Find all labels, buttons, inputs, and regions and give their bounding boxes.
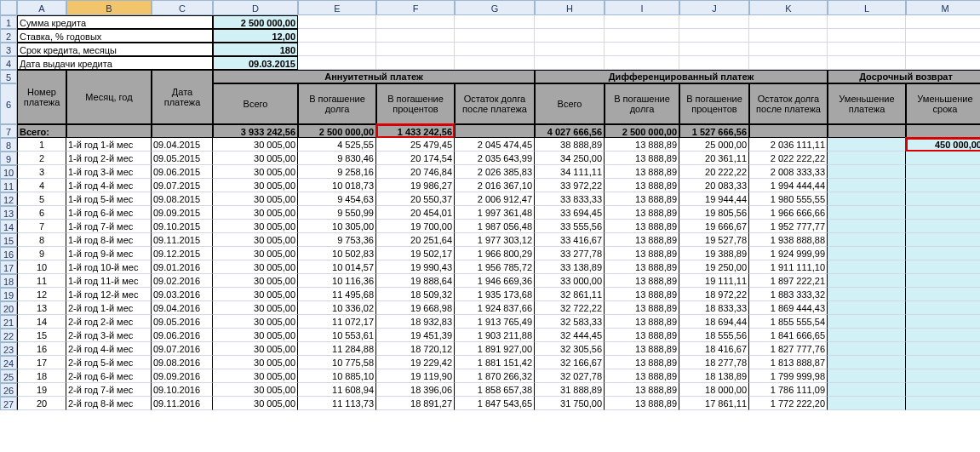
cell[interactable]: 18	[17, 369, 66, 383]
cell[interactable]: 16	[17, 342, 66, 356]
cell[interactable]	[298, 29, 376, 43]
cell[interactable]: 19 451,39	[376, 329, 455, 342]
cell[interactable]	[455, 43, 535, 56]
cell[interactable]: 9	[17, 247, 66, 260]
row-header-11[interactable]: 11	[0, 179, 17, 192]
cell[interactable]: 19 700,00	[376, 220, 455, 233]
col-header-M[interactable]: M	[906, 0, 980, 15]
cell[interactable]: 4	[17, 179, 66, 192]
cell[interactable]	[535, 43, 605, 56]
cell[interactable]	[906, 192, 980, 206]
cell[interactable]: 1 891 927,00	[455, 342, 535, 356]
col-header-J[interactable]: J	[679, 0, 749, 15]
cell[interactable]: 2-й год 8-й мес	[66, 397, 152, 410]
cell[interactable]	[66, 124, 152, 138]
cell[interactable]: 33 833,33	[535, 192, 605, 206]
cell[interactable]	[828, 43, 906, 56]
cell[interactable]: 2 016 367,10	[455, 179, 535, 192]
cell[interactable]: 30 005,00	[213, 152, 298, 165]
cell[interactable]: 09.04.2016	[152, 301, 213, 315]
cell[interactable]	[679, 29, 749, 43]
cell[interactable]: 13 888,89	[605, 179, 679, 192]
cell[interactable]: 11 608,94	[298, 383, 376, 397]
cell[interactable]: 15	[17, 329, 66, 342]
cell[interactable]: 13 888,89	[605, 369, 679, 383]
cell[interactable]: 09.09.2016	[152, 369, 213, 383]
col-header-D[interactable]: D	[213, 0, 298, 15]
cell[interactable]: 19 668,98	[376, 301, 455, 315]
cell[interactable]: 30 005,00	[213, 301, 298, 315]
cell[interactable]: 30 005,00	[213, 192, 298, 206]
cell[interactable]	[828, 369, 906, 383]
cell[interactable]: 1 772 222,20	[749, 397, 828, 410]
cell[interactable]	[828, 288, 906, 301]
cell[interactable]: 13 888,89	[605, 165, 679, 179]
cell[interactable]	[828, 301, 906, 315]
cell[interactable]: 10 336,02	[298, 301, 376, 315]
row-header-17[interactable]: 17	[0, 260, 17, 274]
cell[interactable]: 1 847 543,65	[455, 397, 535, 410]
cell[interactable]: 19 119,90	[376, 369, 455, 383]
row-header-12[interactable]: 12	[0, 192, 17, 206]
cell[interactable]: 31 888,89	[535, 383, 605, 397]
cell[interactable]: 30 005,00	[213, 329, 298, 342]
cell[interactable]: 2 500 000,00	[605, 124, 679, 138]
cell[interactable]	[749, 124, 828, 138]
cell[interactable]: 10 775,58	[298, 356, 376, 369]
cell[interactable]: 19 502,17	[376, 247, 455, 260]
row-header-23[interactable]: 23	[0, 342, 17, 356]
col-header-L[interactable]: L	[828, 0, 906, 15]
cell[interactable]	[906, 165, 980, 179]
cell[interactable]: 1 935 173,68	[455, 288, 535, 301]
col-header-K[interactable]: K	[749, 0, 828, 15]
cell[interactable]: 20 454,01	[376, 206, 455, 220]
cell[interactable]: 32 583,33	[535, 315, 605, 329]
cell[interactable]	[828, 260, 906, 274]
cell[interactable]: 25 479,45	[376, 138, 455, 152]
cell[interactable]	[828, 233, 906, 247]
col-header-G[interactable]: G	[455, 0, 535, 15]
cell[interactable]: 9 550,99	[298, 206, 376, 220]
cell[interactable]	[749, 15, 828, 29]
cell[interactable]	[828, 383, 906, 397]
cell[interactable]: 1 897 222,21	[749, 274, 828, 288]
cell[interactable]: 13 888,89	[605, 342, 679, 356]
cell[interactable]	[906, 369, 980, 383]
cell[interactable]: 34 250,00	[535, 152, 605, 165]
cell[interactable]	[535, 15, 605, 29]
cell[interactable]: 18 416,67	[679, 342, 749, 356]
cell[interactable]: 2 026 385,83	[455, 165, 535, 179]
cell[interactable]: 1-й год 7-й мес	[66, 220, 152, 233]
cell[interactable]: 31 750,00	[535, 397, 605, 410]
cell[interactable]: 1 952 777,77	[749, 220, 828, 233]
cell[interactable]	[828, 397, 906, 410]
cell[interactable]: 1 911 111,10	[749, 260, 828, 274]
row-header-2[interactable]: 2	[0, 29, 17, 43]
cell[interactable]: 10 502,83	[298, 247, 376, 260]
cell[interactable]: 09.03.2015	[213, 56, 298, 70]
cell[interactable]: 1-й год 4-й мес	[66, 179, 152, 192]
cell[interactable]: 1-й год 5-й мес	[66, 192, 152, 206]
cell[interactable]	[828, 192, 906, 206]
cell[interactable]: Дата выдачи кредита	[17, 56, 213, 70]
cell[interactable]: 33 972,22	[535, 179, 605, 192]
cell[interactable]	[376, 29, 455, 43]
cell[interactable]: 1 883 333,32	[749, 288, 828, 301]
cell[interactable]: Сумма кредита	[17, 15, 213, 29]
cell[interactable]: 2	[17, 152, 66, 165]
cell[interactable]	[455, 29, 535, 43]
col-header-E[interactable]: E	[298, 0, 376, 15]
cell[interactable]: 30 005,00	[213, 179, 298, 192]
cell[interactable]: 30 005,00	[213, 288, 298, 301]
cell[interactable]: 1 946 669,36	[455, 274, 535, 288]
cell[interactable]: 18 277,78	[679, 356, 749, 369]
cell[interactable]: 20 361,11	[679, 152, 749, 165]
cell[interactable]: 32 444,45	[535, 329, 605, 342]
cell[interactable]: 12	[17, 288, 66, 301]
col-header-corner[interactable]	[0, 0, 17, 15]
col-header-A[interactable]: A	[17, 0, 66, 15]
cell[interactable]: 1 527 666,56	[679, 124, 749, 138]
row-header-27[interactable]: 27	[0, 397, 17, 410]
cell[interactable]: 1 881 151,42	[455, 356, 535, 369]
cell[interactable]: 13 888,89	[605, 274, 679, 288]
